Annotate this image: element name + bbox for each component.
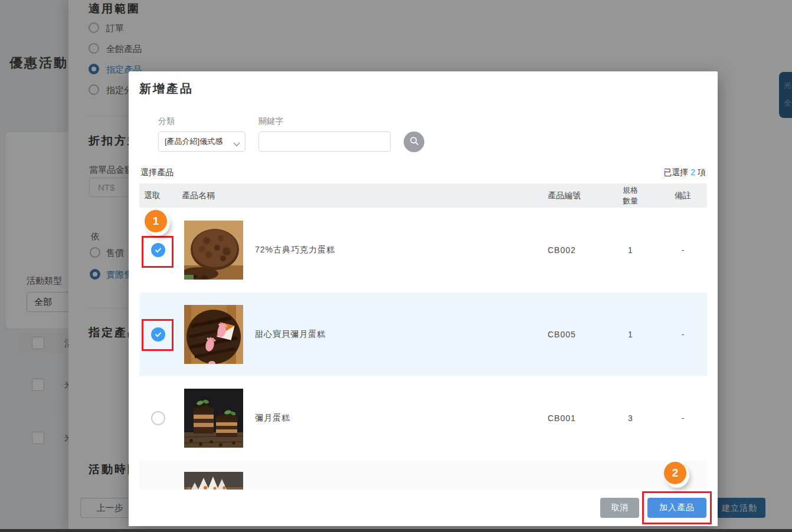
product-image [184, 472, 243, 490]
product-name: 72%古典巧克力蛋糕 [255, 245, 335, 255]
keyword-input[interactable] [258, 132, 391, 152]
table-row[interactable]: 72%古典巧克力蛋糕 CB002 1 - [139, 208, 707, 293]
product-note: - [659, 330, 707, 339]
table-row-selected[interactable]: 甜心寶貝彌月蛋糕 CB005 1 - [139, 293, 707, 376]
annotation-step-badge-2: 2 [664, 462, 686, 484]
product-name: 彌月蛋糕 [255, 413, 290, 423]
product-note: - [659, 245, 707, 255]
product-table: 選取 產品名稱 產品編號 規格數量 備註 72%古典巧克力蛋糕 CB002 1 … [139, 183, 707, 490]
header-select: 選取 [139, 191, 177, 201]
annotation-red-box-step2 [642, 491, 712, 524]
product-name: 甜心寶貝彌月蛋糕 [255, 329, 326, 340]
product-qty: 1 [602, 245, 659, 255]
select-products-label: 選擇產品 [140, 168, 174, 178]
product-image [184, 389, 243, 448]
chevron-down-icon [233, 139, 240, 149]
product-image [184, 221, 243, 280]
header-note: 備註 [659, 191, 707, 201]
category-dropdown[interactable]: [產品介紹]儀式感 [158, 132, 246, 152]
product-note: - [659, 413, 707, 423]
modal-title: 新增產品 [139, 81, 194, 97]
header-name: 產品名稱 [177, 191, 538, 201]
annotation-red-box-checkbox2 [142, 319, 174, 351]
table-header: 選取 產品名稱 產品編號 規格數量 備註 [139, 183, 707, 208]
header-spec-qty: 規格數量 [602, 185, 659, 206]
search-button[interactable] [404, 132, 424, 152]
table-row[interactable]: 彌月蛋糕 CB001 3 - [139, 376, 707, 461]
product-qty: 3 [602, 413, 659, 423]
cancel-button[interactable]: 取消 [600, 498, 639, 518]
product-image [184, 305, 243, 364]
product-code: CB005 [538, 330, 602, 339]
window-bottom-edge [0, 529, 792, 532]
keyword-label: 關鍵字 [258, 116, 283, 127]
table-row-partial[interactable] [139, 461, 707, 490]
screen: 優惠活動管理 活動類型 全部 活 米 米 適用範圍 訂單 全館產品 指定產品 指… [0, 0, 792, 532]
product-code: CB001 [538, 413, 602, 423]
selected-count-number: 2 [688, 168, 698, 177]
add-product-modal: 新增產品 分類 [產品介紹]儀式感 關鍵字 選擇產品 已選擇2項 選取 產品名稱… [129, 71, 718, 526]
product-code: CB002 [538, 245, 602, 255]
selected-count: 已選擇2項 [663, 168, 706, 178]
annotation-red-box-step1 [142, 236, 174, 268]
search-icon [408, 135, 420, 149]
category-value: [產品介紹]儀式感 [165, 132, 233, 151]
product-qty: 1 [602, 330, 659, 339]
row-checkbox-unchecked[interactable] [151, 411, 165, 425]
header-code: 產品編號 [538, 191, 602, 201]
category-label: 分類 [158, 116, 175, 127]
annotation-step-badge-1: 1 [145, 210, 167, 232]
